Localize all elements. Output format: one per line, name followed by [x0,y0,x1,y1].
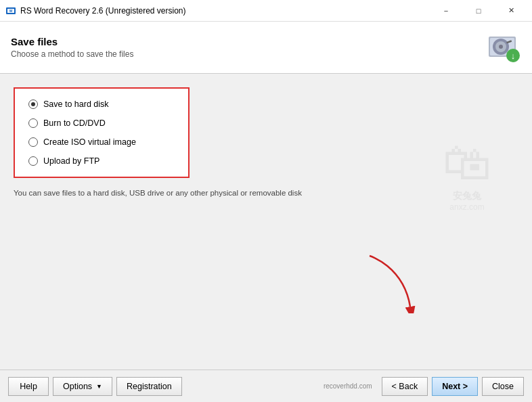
window-title: RS Word Recovery 2.6 (Unregistered versi… [20,6,430,16]
back-button[interactable]: < Back [382,377,428,396]
option-burn-cd-dvd[interactable]: Burn to CD/DVD [28,118,175,128]
help-button[interactable]: Help [8,377,49,396]
window-controls: − □ ✕ [430,4,527,18]
arrow-indicator [363,252,417,315]
main-content: Save to hard disk Burn to CD/DVD Create … [0,74,532,370]
options-dropdown-arrow: ▼ [96,383,102,390]
option-save-hard-disk[interactable]: Save to hard disk [28,99,175,109]
page-subtitle: Choose a method to save the files [11,49,133,59]
radio-iso[interactable] [28,137,38,147]
close-window-button[interactable]: ✕ [495,4,527,18]
close-button[interactable]: Close [482,377,524,396]
maximize-button[interactable]: □ [463,4,494,18]
app-icon: W [5,5,16,16]
radio-cd-dvd[interactable] [28,118,38,128]
radio-ftp[interactable] [28,156,38,166]
svg-text:↓: ↓ [511,51,516,61]
svg-point-7 [499,45,503,49]
hdd-save-icon: ↓ [486,30,521,65]
registration-button[interactable]: Registration [116,377,182,396]
save-method-options-box: Save to hard disk Burn to CD/DVD Create … [14,87,190,178]
option-iso-label: Create ISO virtual image [43,137,136,147]
option-create-iso[interactable]: Create ISO virtual image [28,137,175,147]
watermark: 🛍 安兔兔 anxz.com [443,135,491,212]
website-label: recoverhdd.com [324,382,372,390]
option-hard-disk-label: Save to hard disk [43,99,109,109]
option-cd-dvd-label: Burn to CD/DVD [43,118,106,128]
description-text: You can save files to a hard disk, USB d… [14,187,338,199]
page-header: Save files Choose a method to save the f… [0,22,532,74]
titlebar: W RS Word Recovery 2.6 (Unregistered ver… [0,0,532,22]
next-button[interactable]: Next > [432,377,478,396]
svg-text:W: W [9,9,13,13]
option-ftp-label: Upload by FTP [43,156,99,166]
bottom-toolbar: Help Options ▼ Registration recoverhdd.c… [0,370,532,402]
header-text-block: Save files Choose a method to save the f… [11,36,133,59]
page-title: Save files [11,36,133,47]
minimize-button[interactable]: − [430,4,462,18]
radio-hard-disk[interactable] [28,99,38,109]
toolbar-left: Help Options ▼ Registration [8,377,182,396]
toolbar-right: recoverhdd.com < Back Next > Close [324,377,524,396]
options-button[interactable]: Options ▼ [53,377,112,396]
option-upload-ftp[interactable]: Upload by FTP [28,156,175,166]
